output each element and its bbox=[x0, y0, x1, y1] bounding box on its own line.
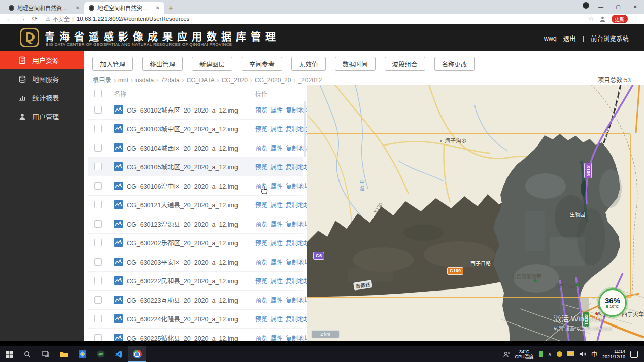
menu-kebab-icon[interactable]: ⋮ bbox=[633, 16, 639, 22]
breadcrumb-item[interactable]: CG_DATA bbox=[187, 77, 215, 84]
breadcrumb-item[interactable]: mnt bbox=[118, 77, 128, 84]
update-button[interactable]: 更新 bbox=[612, 15, 628, 23]
search-icon[interactable] bbox=[18, 346, 37, 362]
browser-tab-1[interactable]: 地理空间和自然资源大数据中心 ✕ bbox=[4, 2, 84, 14]
action-link[interactable]: 预览 bbox=[255, 276, 267, 285]
action-link[interactable]: 属性 bbox=[270, 314, 283, 323]
breadcrumb-item[interactable]: CG_2020_20 bbox=[255, 77, 291, 84]
back-icon[interactable]: ← bbox=[6, 15, 12, 22]
action-link[interactable]: 预览 bbox=[255, 258, 267, 266]
ime-indicator[interactable]: 中 bbox=[591, 350, 597, 358]
action-link[interactable]: 预览 bbox=[255, 238, 267, 247]
row-checkbox[interactable] bbox=[94, 277, 102, 284]
table-row[interactable]: CG_630225循化县_20_2020_a_12.img预览属性复制地址 bbox=[88, 329, 303, 341]
action-link[interactable]: 属性 bbox=[270, 162, 283, 171]
select-all-checkbox[interactable] bbox=[94, 90, 102, 97]
tab-close-icon[interactable]: ✕ bbox=[76, 5, 80, 11]
action-link[interactable]: 属性 bbox=[270, 182, 283, 190]
row-checkbox[interactable] bbox=[94, 182, 102, 190]
table-row[interactable]: CG_630121大通县_20_2020_a_12.img预览属性复制地址 bbox=[88, 196, 303, 215]
row-checkbox[interactable] bbox=[94, 106, 102, 114]
row-checkbox[interactable] bbox=[94, 334, 102, 341]
table-scrollbar[interactable] bbox=[304, 101, 306, 157]
breadcrumb-item[interactable]: _202012 bbox=[298, 77, 322, 84]
security-chip[interactable]: ⚠ 不安全 | bbox=[46, 15, 74, 23]
tray-app-icon[interactable] bbox=[539, 351, 543, 357]
action-link[interactable]: 复制地址 bbox=[286, 220, 310, 228]
row-checkbox[interactable] bbox=[94, 315, 102, 322]
row-checkbox[interactable] bbox=[94, 125, 102, 132]
sidebar-item-map-services[interactable]: 地图服务 bbox=[0, 69, 84, 88]
action-link[interactable]: 预览 bbox=[255, 143, 267, 152]
table-row[interactable]: CG_630104城西区_20_2020_a_12.img预览属性复制地址 bbox=[88, 138, 303, 158]
action-link[interactable]: 属性 bbox=[270, 105, 283, 114]
action-link[interactable]: 预览 bbox=[255, 200, 267, 209]
action-link[interactable]: 预览 bbox=[255, 314, 267, 323]
table-row[interactable]: CG_630202乐都区_20_2020_a_12.img预览属性复制地址 bbox=[88, 234, 303, 253]
action-link[interactable]: 预览 bbox=[255, 334, 267, 341]
action-link[interactable]: 预览 bbox=[255, 124, 267, 133]
action-link[interactable]: 复制地址 bbox=[286, 162, 310, 171]
display-tray-icon[interactable] bbox=[567, 351, 574, 357]
breadcrumb-item[interactable]: 72data bbox=[161, 77, 180, 84]
sidebar-item-statistics-report[interactable]: 统计报表 bbox=[0, 88, 84, 107]
action-link[interactable]: 预览 bbox=[255, 162, 267, 171]
cpu-temp-widget[interactable]: 34°C CPU温度 bbox=[515, 349, 534, 359]
toolbar-button[interactable]: 无效值 bbox=[291, 57, 326, 71]
action-link[interactable]: 属性 bbox=[270, 200, 283, 209]
action-link[interactable]: 属性 bbox=[270, 220, 283, 228]
table-row[interactable]: CG_630105城北区_20_2020_a_12.img预览属性复制地址 bbox=[88, 158, 303, 177]
action-link[interactable]: 复制地址 bbox=[286, 276, 310, 285]
table-row[interactable]: CG_630103城中区_20_2020_a_12.img预览属性复制地址 bbox=[88, 120, 303, 139]
toolbar-button[interactable]: 加入管理 bbox=[92, 57, 133, 71]
browser-tab-2-active[interactable]: 地理空间和自然资源数据管理平... ✕ bbox=[84, 2, 164, 14]
photos-app-icon[interactable] bbox=[73, 346, 91, 362]
clock[interactable]: 11:14 2021/12/10 bbox=[602, 349, 625, 360]
row-checkbox[interactable] bbox=[94, 220, 102, 228]
action-link[interactable]: 复制地址 bbox=[286, 182, 310, 190]
breadcrumb-item[interactable]: CG_2020 bbox=[222, 77, 248, 84]
action-link[interactable]: 复制地址 bbox=[286, 314, 310, 323]
close-button[interactable]: ✕ bbox=[627, 0, 644, 14]
action-link[interactable]: 复制地址 bbox=[286, 105, 310, 114]
action-link[interactable]: 预览 bbox=[255, 105, 267, 114]
row-checkbox[interactable] bbox=[94, 144, 102, 152]
toolbar-button[interactable]: 空间参考 bbox=[242, 57, 282, 71]
toolbar-button[interactable]: 移出管理 bbox=[142, 57, 183, 71]
forward-icon[interactable]: → bbox=[19, 15, 25, 22]
table-row[interactable]: CG_630223互助县_20_2020_a_12.img预览属性复制地址 bbox=[88, 291, 303, 310]
action-link[interactable]: 属性 bbox=[270, 258, 283, 266]
app-icon[interactable] bbox=[91, 346, 110, 362]
toolbar-button[interactable]: 波段组合 bbox=[385, 57, 425, 71]
tray-icon-yellow[interactable] bbox=[557, 351, 562, 357]
action-link[interactable]: 复制地址 bbox=[286, 258, 310, 266]
action-link[interactable]: 属性 bbox=[270, 296, 283, 304]
chrome-icon[interactable] bbox=[128, 346, 146, 362]
table-row[interactable]: CG_630224化隆县_20_2020_a_12.img预览属性复制地址 bbox=[88, 310, 303, 329]
table-row[interactable]: CG_630222民和县_20_2020_a_12.img预览属性复制地址 bbox=[88, 272, 303, 291]
action-link[interactable]: 属性 bbox=[270, 238, 283, 247]
action-link[interactable]: 预览 bbox=[255, 220, 267, 228]
action-link[interactable]: 复制地址 bbox=[286, 143, 310, 152]
bookmark-star-icon[interactable]: ☆ bbox=[588, 15, 594, 22]
action-link[interactable]: 复制地址 bbox=[286, 296, 310, 304]
toolbar-button[interactable]: 数据时间 bbox=[335, 57, 376, 71]
action-link[interactable]: 属性 bbox=[270, 334, 283, 341]
task-view-icon[interactable] bbox=[37, 346, 55, 362]
table-row[interactable]: CG_630102城东区_20_2020_a_12.img预览属性复制地址 bbox=[88, 100, 303, 120]
tab-close-icon[interactable]: ✕ bbox=[156, 5, 160, 11]
row-checkbox[interactable] bbox=[94, 239, 102, 246]
map-view[interactable]: 海子沟乡 X130 中湟 青藏线 西子日路 生物园 火烧沟景观带 人民公园 西宁… bbox=[307, 85, 644, 341]
reload-icon[interactable]: ⟳ bbox=[32, 15, 38, 22]
start-button[interactable] bbox=[0, 346, 18, 362]
maximize-button[interactable]: ▢ bbox=[609, 0, 627, 14]
sidebar-item-user-management[interactable]: 用户管理 bbox=[0, 107, 84, 126]
table-row[interactable]: CG_630123湟源县_20_2020_a_12.img预览属性复制地址 bbox=[88, 214, 303, 234]
toolbar-button[interactable]: 新建图层 bbox=[192, 57, 232, 71]
row-checkbox[interactable] bbox=[94, 201, 102, 208]
breadcrumb-item[interactable]: 根目录 bbox=[93, 77, 111, 84]
row-checkbox[interactable] bbox=[94, 163, 102, 170]
minimize-button[interactable]: — bbox=[592, 0, 609, 14]
action-link[interactable]: 预览 bbox=[255, 296, 267, 304]
action-link[interactable]: 属性 bbox=[270, 276, 283, 285]
